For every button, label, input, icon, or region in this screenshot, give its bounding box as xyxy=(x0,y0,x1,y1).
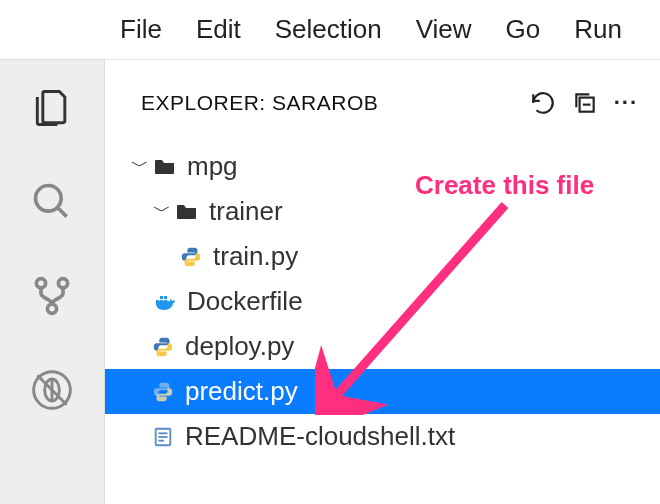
files-icon[interactable] xyxy=(30,86,74,130)
chevron-down-icon: ﹀ xyxy=(129,154,151,178)
folder-label: mpg xyxy=(187,151,238,182)
file-tree: ﹀ mpg ﹀ trainer train.py xyxy=(105,126,660,459)
debug-disabled-icon[interactable] xyxy=(30,368,74,412)
file-predict-py[interactable]: predict.py xyxy=(105,369,660,414)
python-file-icon xyxy=(177,243,205,271)
source-control-icon[interactable] xyxy=(30,274,74,318)
file-deploy-py[interactable]: deploy.py xyxy=(105,324,660,369)
python-file-icon xyxy=(149,333,177,361)
text-file-icon xyxy=(149,423,177,451)
svg-point-0 xyxy=(36,186,62,212)
activity-bar xyxy=(0,60,105,504)
svg-point-3 xyxy=(58,279,67,288)
file-label: predict.py xyxy=(185,376,298,407)
svg-line-1 xyxy=(58,208,67,217)
file-train-py[interactable]: train.py xyxy=(105,234,660,279)
svg-point-2 xyxy=(36,279,45,288)
file-readme-cloudshell[interactable]: README-cloudshell.txt xyxy=(105,414,660,459)
menu-edit[interactable]: Edit xyxy=(196,14,241,45)
file-label: Dockerfile xyxy=(187,286,303,317)
chevron-down-icon: ﹀ xyxy=(151,199,173,223)
refresh-icon[interactable] xyxy=(530,90,556,116)
menu-selection[interactable]: Selection xyxy=(275,14,382,45)
menu-bar: File Edit Selection View Go Run xyxy=(0,0,660,60)
folder-trainer[interactable]: ﹀ trainer xyxy=(105,189,660,234)
explorer-sidebar: EXPLORER: SARAROB ··· ﹀ xyxy=(105,60,660,504)
file-dockerfile[interactable]: Dockerfile xyxy=(105,279,660,324)
menu-view[interactable]: View xyxy=(416,14,472,45)
docker-file-icon xyxy=(151,288,179,316)
file-label: README-cloudshell.txt xyxy=(185,421,455,452)
folder-icon xyxy=(173,198,201,226)
folder-mpg[interactable]: ﹀ mpg xyxy=(105,144,660,189)
explorer-title: EXPLORER: SARAROB xyxy=(141,91,514,115)
folder-icon xyxy=(151,153,179,181)
search-icon[interactable] xyxy=(30,180,74,224)
more-actions-icon[interactable]: ··· xyxy=(614,90,638,116)
menu-run[interactable]: Run xyxy=(574,14,622,45)
python-file-icon xyxy=(149,378,177,406)
menu-file[interactable]: File xyxy=(120,14,162,45)
file-label: deploy.py xyxy=(185,331,294,362)
svg-point-4 xyxy=(47,304,56,313)
folder-label: trainer xyxy=(209,196,283,227)
file-label: train.py xyxy=(213,241,298,272)
collapse-all-icon[interactable] xyxy=(572,90,598,116)
menu-go[interactable]: Go xyxy=(506,14,541,45)
explorer-header: EXPLORER: SARAROB ··· xyxy=(105,60,660,126)
